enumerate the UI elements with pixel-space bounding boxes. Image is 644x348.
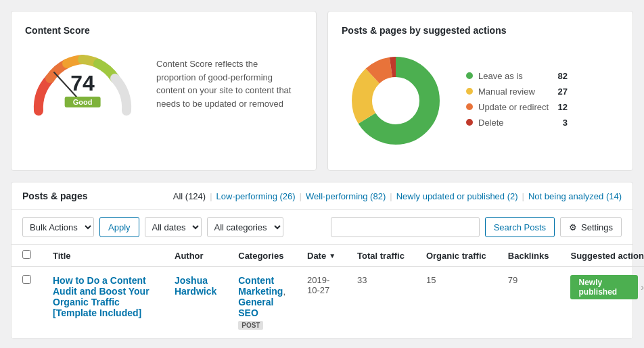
expand-icon[interactable]: ›: [641, 282, 644, 293]
legend-item-update: Update or redirect 12: [466, 102, 568, 112]
legend-dot-leave: [466, 72, 473, 79]
svg-point-6: [377, 82, 415, 120]
dates-select[interactable]: All dates: [145, 217, 202, 237]
row-backlinks-cell: 79: [497, 267, 560, 339]
post-type-badge: POST: [238, 321, 263, 330]
filter-newly-updated[interactable]: Newly updated or published (2): [396, 191, 518, 201]
row-date-cell: 2019-10-27: [296, 267, 346, 339]
legend-dot-delete: [466, 119, 473, 126]
col-suggested-action-header: Suggested action: [559, 245, 644, 267]
row-category-link-1[interactable]: Content Marketing: [238, 275, 283, 297]
content-score-title: Content Score: [25, 25, 302, 36]
col-total-traffic-header: Total traffic: [346, 245, 415, 267]
filter-low-performing[interactable]: Low-performing (26): [216, 191, 296, 201]
apply-button[interactable]: Apply: [99, 217, 139, 237]
toolbar: Bulk Actions Apply All dates All categor…: [12, 210, 632, 245]
posts-section-title: Posts & pages: [22, 191, 87, 201]
row-author-link[interactable]: Joshua Hardwick: [175, 275, 216, 297]
search-input[interactable]: [331, 217, 480, 237]
col-title-header: Title: [42, 245, 164, 267]
col-checkbox-header: [12, 245, 42, 267]
legend-item-delete: Delete 3: [466, 118, 568, 128]
row-title-cell: How to Do a Content Audit and Boost Your…: [42, 267, 164, 339]
select-all-checkbox[interactable]: [22, 250, 31, 259]
row-suggested-action-cell: Newly published ›: [559, 267, 644, 339]
legend-item-review: Manual review 27: [466, 86, 568, 97]
pie-chart-title: Posts & pages by suggested actions: [342, 25, 619, 36]
row-title-link[interactable]: How to Do a Content Audit and Boost Your…: [53, 275, 150, 318]
posts-header: Posts & pages All (124) | Low-performing…: [12, 182, 632, 210]
pie-legend: Leave as is 82 Manual review 27 Update o…: [466, 71, 568, 133]
filter-not-analyzed[interactable]: Not being analyzed (14): [528, 191, 622, 201]
bulk-actions-select[interactable]: Bulk Actions: [22, 217, 94, 237]
row-author-cell: Joshua Hardwick: [164, 267, 227, 339]
col-author-header: Author: [164, 245, 227, 267]
filter-tabs: All (124) | Low-performing (26) | Well-p…: [173, 191, 622, 201]
gauge-chart: 74 Good: [25, 47, 140, 121]
col-categories-header: Categories: [227, 245, 296, 267]
gauge-description: Content Score reflects the proportion of…: [156, 57, 292, 110]
search-posts-button[interactable]: Search Posts: [485, 217, 555, 237]
table-header-row: Title Author Categories Date ▼ Total tra…: [12, 245, 644, 267]
col-backlinks-header: Backlinks: [497, 245, 560, 267]
row-categories-cell: Content Marketing, General SEO POST: [227, 267, 296, 339]
legend-item-leave: Leave as is 82: [466, 71, 568, 81]
posts-panel: Posts & pages All (124) | Low-performing…: [11, 182, 633, 339]
action-badge: Newly published: [570, 275, 638, 299]
sort-arrow-icon: ▼: [329, 252, 336, 259]
filter-well-performing[interactable]: Well-performing (82): [306, 191, 386, 201]
row-total-traffic-cell: 33: [346, 267, 415, 339]
toolbar-right: Search Posts ⚙ Settings: [331, 217, 622, 237]
table-row: How to Do a Content Audit and Boost Your…: [12, 267, 644, 339]
row-checkbox-cell: [12, 267, 42, 339]
gauge-badge: Good: [65, 97, 101, 107]
legend-dot-update: [466, 103, 473, 110]
row-checkbox[interactable]: [22, 275, 31, 284]
toolbar-left: Bulk Actions Apply All dates All categor…: [22, 217, 283, 237]
col-organic-traffic-header: Organic traffic: [415, 245, 497, 267]
pie-chart: [342, 47, 450, 157]
filter-all[interactable]: All (124): [173, 191, 206, 201]
row-organic-traffic-cell: 15: [415, 267, 497, 339]
legend-dot-review: [466, 88, 473, 95]
gauge-score: 74 Good: [65, 72, 101, 107]
col-date-header[interactable]: Date ▼: [296, 245, 346, 267]
row-category-link-2[interactable]: General SEO: [238, 297, 273, 318]
posts-table: Title Author Categories Date ▼ Total tra…: [12, 245, 644, 339]
gear-icon: ⚙: [569, 222, 577, 232]
settings-button[interactable]: ⚙ Settings: [560, 217, 622, 237]
categories-select[interactable]: All categories: [207, 217, 283, 237]
